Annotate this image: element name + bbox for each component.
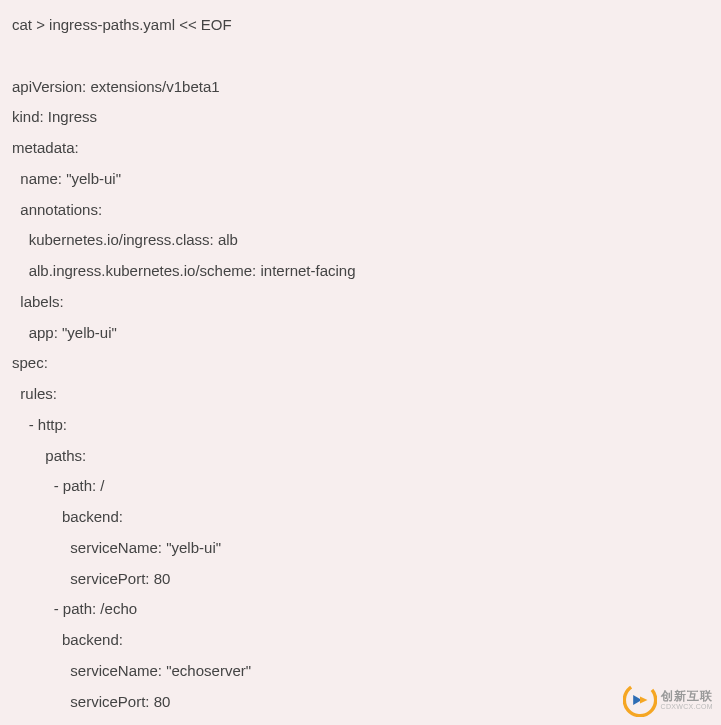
code-block: cat > ingress-paths.yaml << EOF apiVersi…	[0, 0, 721, 725]
code-line: cat > ingress-paths.yaml << EOF apiVersi…	[12, 16, 356, 725]
logo-icon	[623, 683, 657, 717]
watermark-en: CDXWCX.COM	[661, 703, 713, 711]
watermark: 创新互联 CDXWCX.COM	[623, 683, 713, 717]
logo-text: 创新互联 CDXWCX.COM	[661, 690, 713, 711]
watermark-cn: 创新互联	[661, 690, 713, 703]
